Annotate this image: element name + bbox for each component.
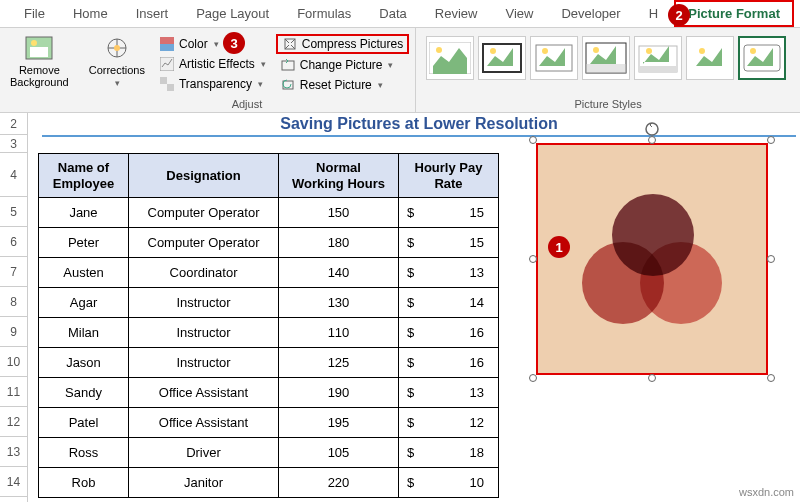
picture-style-6[interactable] (686, 36, 734, 80)
compress-pictures-button[interactable]: Compress Pictures (276, 34, 409, 54)
row-header-10[interactable]: 10 (0, 347, 27, 377)
cell-rate[interactable]: $10 (399, 468, 499, 498)
sheet-title: Saving Pictures at Lower Resolution (38, 113, 800, 135)
cell-designation[interactable]: Computer Operator (129, 228, 279, 258)
row-header-7[interactable]: 7 (0, 257, 27, 287)
tab-file[interactable]: File (10, 1, 59, 26)
remove-background-button[interactable]: Remove Background (6, 32, 73, 110)
picture-style-3[interactable] (530, 36, 578, 80)
row-header-8[interactable]: 8 (0, 287, 27, 317)
cell-rate[interactable]: $15 (399, 228, 499, 258)
tab-data[interactable]: Data (365, 1, 420, 26)
cell-designation[interactable]: Instructor (129, 348, 279, 378)
cell-hours[interactable]: 220 (279, 468, 399, 498)
cell-rate[interactable]: $12 (399, 408, 499, 438)
cell-designation[interactable]: Office Assistant (129, 408, 279, 438)
cell-rate[interactable]: $13 (399, 378, 499, 408)
header-name[interactable]: Name of Employee (39, 154, 129, 198)
change-picture-button[interactable]: Change Picture▾ (276, 56, 409, 74)
cell-hours[interactable]: 110 (279, 318, 399, 348)
tab-insert[interactable]: Insert (122, 1, 183, 26)
inserted-picture[interactable] (536, 143, 768, 375)
header-designation[interactable]: Designation (129, 154, 279, 198)
cell-hours[interactable]: 130 (279, 288, 399, 318)
cell-rate[interactable]: $18 (399, 438, 499, 468)
row-header-12[interactable]: 12 (0, 407, 27, 437)
cell-name[interactable]: Patel (39, 408, 129, 438)
reset-picture-button[interactable]: Reset Picture▾ (276, 76, 409, 94)
row-header-13[interactable]: 13 (0, 437, 27, 467)
cell-rate[interactable]: $16 (399, 318, 499, 348)
tab-formulas[interactable]: Formulas (283, 1, 365, 26)
row-header-3[interactable]: 3 (0, 135, 27, 153)
cell-name[interactable]: Jason (39, 348, 129, 378)
cell-rate[interactable]: $14 (399, 288, 499, 318)
cell-rate[interactable]: $16 (399, 348, 499, 378)
cell-designation[interactable]: Office Assistant (129, 378, 279, 408)
picture-style-4[interactable] (582, 36, 630, 80)
cell-rate[interactable]: $15 (399, 198, 499, 228)
tab-h[interactable]: H (635, 1, 672, 26)
cell-hours[interactable]: 150 (279, 198, 399, 228)
row-header-14[interactable]: 14 (0, 467, 27, 497)
picture-style-2[interactable] (478, 36, 526, 80)
tab-view[interactable]: View (491, 1, 547, 26)
artistic-effects-button[interactable]: Artistic Effects▾ (155, 55, 270, 73)
row-header-6[interactable]: 6 (0, 227, 27, 257)
transparency-icon (159, 76, 175, 92)
rotate-handle[interactable] (644, 121, 660, 137)
row-header-9[interactable]: 9 (0, 317, 27, 347)
tab-home[interactable]: Home (59, 1, 122, 26)
row-header-2[interactable]: 2 (0, 113, 27, 135)
cell-hours[interactable]: 140 (279, 258, 399, 288)
color-icon (159, 36, 175, 52)
cell-hours[interactable]: 190 (279, 378, 399, 408)
cell-rate[interactable]: $13 (399, 258, 499, 288)
header-hours[interactable]: Normal Working Hours (279, 154, 399, 198)
cell-designation[interactable]: Janitor (129, 468, 279, 498)
watermark: wsxdn.com (739, 486, 794, 498)
cell-name[interactable]: Jane (39, 198, 129, 228)
worksheet[interactable]: 2 3 4 5 6 7 8 9 10 11 12 13 14 15 1 Savi… (0, 113, 800, 502)
handle-s[interactable] (648, 374, 656, 382)
cell-designation[interactable]: Computer Operator (129, 198, 279, 228)
transparency-button[interactable]: Transparency▾ (155, 75, 270, 93)
cell-designation[interactable]: Instructor (129, 288, 279, 318)
callout-1: 1 (548, 236, 570, 258)
picture-style-1[interactable] (426, 36, 474, 80)
handle-e[interactable] (767, 255, 775, 263)
svg-rect-1 (30, 47, 48, 57)
cell-hours[interactable]: 105 (279, 438, 399, 468)
header-rate[interactable]: Hourly Pay Rate (399, 154, 499, 198)
cell-designation[interactable]: Coordinator (129, 258, 279, 288)
row-header-5[interactable]: 5 (0, 197, 27, 227)
cell-name[interactable]: Sandy (39, 378, 129, 408)
cell-name[interactable]: Peter (39, 228, 129, 258)
cell-designation[interactable]: Driver (129, 438, 279, 468)
handle-sw[interactable] (529, 374, 537, 382)
tab-review[interactable]: Review (421, 1, 492, 26)
table-row: AustenCoordinator140$13 (39, 258, 499, 288)
row-header-15[interactable]: 15 (0, 497, 27, 502)
tab-page-layout[interactable]: Page Layout (182, 1, 283, 26)
tab-picture-format[interactable]: Picture Format (674, 0, 794, 27)
cell-hours[interactable]: 180 (279, 228, 399, 258)
svg-rect-11 (282, 61, 294, 70)
color-button[interactable]: Color▾ (155, 35, 270, 53)
cell-hours[interactable]: 195 (279, 408, 399, 438)
handle-w[interactable] (529, 255, 537, 263)
cell-designation[interactable]: Instructor (129, 318, 279, 348)
picture-style-7[interactable] (738, 36, 786, 80)
row-header-11[interactable]: 11 (0, 377, 27, 407)
cell-name[interactable]: Milan (39, 318, 129, 348)
tab-developer[interactable]: Developer (547, 1, 634, 26)
cell-name[interactable]: Ross (39, 438, 129, 468)
corrections-button[interactable]: Corrections ▾ (85, 32, 149, 96)
handle-se[interactable] (767, 374, 775, 382)
picture-style-5[interactable] (634, 36, 682, 80)
cell-name[interactable]: Agar (39, 288, 129, 318)
cell-name[interactable]: Rob (39, 468, 129, 498)
cell-hours[interactable]: 125 (279, 348, 399, 378)
cell-name[interactable]: Austen (39, 258, 129, 288)
row-header-4[interactable]: 4 (0, 153, 27, 197)
